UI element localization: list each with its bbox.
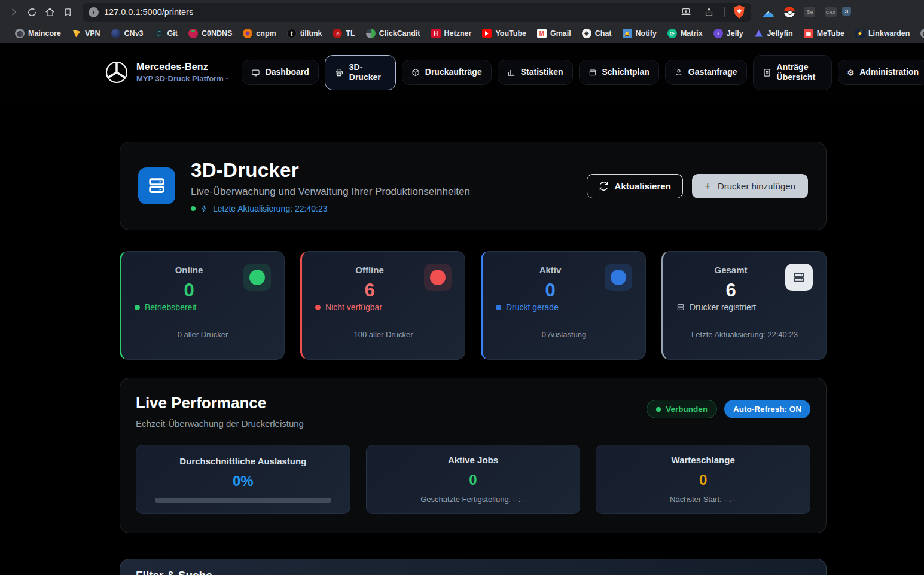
- bookmark-clickcandit[interactable]: ClickCandit: [362, 27, 425, 40]
- perf-card-value: 0: [699, 472, 707, 488]
- bookmark-jellyfin[interactable]: Jellyfin: [750, 27, 797, 40]
- printer-stack-icon: [138, 167, 175, 204]
- perf-card-title: Aktive Jobs: [448, 455, 498, 465]
- bookmark-hetzner[interactable]: Hetzner: [427, 27, 476, 40]
- bookmarks-panel-button[interactable]: [59, 3, 77, 21]
- page-subtitle: Live-Überwachung und Verwaltung Ihrer Pr…: [191, 186, 470, 198]
- bar-chart-icon: [507, 68, 516, 77]
- main-nav: Dashboard 3D-Drucker Druckaufträge Stati…: [242, 55, 924, 90]
- status-dot: [191, 206, 196, 211]
- stat-footer: 100 aller Drucker: [315, 330, 452, 339]
- stat-status: Drucker registriert: [690, 302, 756, 312]
- section-subtitle: Echzeit-Überwachung der Druckerleistung: [136, 418, 304, 429]
- nav-druckauftraege[interactable]: Druckaufträge: [402, 60, 492, 85]
- home-button[interactable]: [41, 3, 59, 21]
- selenium-extension-icon[interactable]: Se: [804, 7, 815, 17]
- connected-badge: Verbunden: [647, 400, 717, 418]
- stat-label: Gesamt: [714, 265, 747, 275]
- status-dot: [315, 305, 321, 310]
- send-to-device-icon[interactable]: [679, 3, 693, 21]
- monitor-icon: [251, 68, 260, 77]
- nav-statistiken[interactable]: Statistiken: [498, 60, 573, 85]
- bookmark-notify[interactable]: Notify: [618, 27, 661, 40]
- box-icon: [411, 68, 420, 77]
- bookmark-chat[interactable]: Chat: [578, 27, 616, 40]
- document-icon: [763, 68, 771, 77]
- nav-antraege-uebersicht[interactable]: Anträge Übersicht: [753, 55, 832, 90]
- stat-footer: 0 aller Drucker: [135, 330, 271, 339]
- crx-extension-icon[interactable]: CRX: [825, 7, 837, 17]
- divider: [496, 322, 632, 322]
- url-bar[interactable]: i 127.0.0.1:5000/printers: [83, 3, 751, 22]
- youtube-icon: [482, 29, 492, 38]
- stat-status: Druckt gerade: [506, 302, 559, 312]
- stats-row: Online 0 Betriebsbereit 0 aller Drucker …: [120, 251, 827, 360]
- brand[interactable]: Mercedes-Benz MYP 3D-Druck Platform -: [105, 60, 228, 84]
- bookmark-cnv3[interactable]: CNv3: [107, 27, 148, 40]
- filter-search-section: Filter & Suche: [120, 559, 827, 575]
- bookmark-cnpm[interactable]: cnpm: [239, 27, 280, 40]
- section-title: Live Performance: [136, 394, 304, 412]
- nav-administration[interactable]: ⚙ Administration: [838, 60, 924, 85]
- raspberry-icon: [188, 29, 198, 38]
- bookmark-linkwarden[interactable]: Linkwarden: [851, 27, 914, 40]
- bookmark-metube[interactable]: MeTube: [800, 27, 849, 40]
- divider: [676, 322, 813, 322]
- nav-3d-drucker[interactable]: 3D-Drucker: [325, 55, 396, 90]
- bookmark-maincore[interactable]: ◍Maincore: [11, 27, 65, 40]
- bookmark-git[interactable]: Git: [150, 27, 182, 40]
- globe-icon: ◍: [15, 29, 25, 38]
- stat-footer: Letzte Aktualisierung: 22:40:23: [676, 330, 813, 339]
- bookmark-c0ndns[interactable]: C0NDNS: [184, 27, 236, 40]
- share-icon[interactable]: [702, 3, 716, 21]
- jelly-icon: [713, 29, 723, 38]
- nav-dashboard[interactable]: Dashboard: [242, 60, 319, 85]
- bookmark-tl[interactable]: TL: [328, 27, 359, 40]
- browser-toolbar: i 127.0.0.1:5000/printers ☁✓ Se CRX 3: [0, 0, 924, 24]
- sync-icon: [599, 181, 609, 191]
- bookmark-tilltmk[interactable]: tilltmk: [283, 27, 327, 40]
- vpn-icon: [72, 29, 81, 38]
- active-status-icon: [605, 264, 632, 291]
- site-info-icon[interactable]: i: [89, 7, 99, 17]
- perf-card-auslastung: Durchschnittliche Auslastung 0%: [136, 445, 350, 514]
- cloud-extension-icon[interactable]: ☁✓: [762, 6, 774, 19]
- bookmark-jelly[interactable]: Jelly: [709, 27, 748, 40]
- bookmark-ai1[interactable]: ◍AI-1: [916, 27, 924, 40]
- auto-refresh-toggle[interactable]: Auto-Refresh: ON: [724, 400, 810, 418]
- reload-button[interactable]: [23, 3, 41, 21]
- nav-gastanfrage[interactable]: Gastanfrage: [665, 60, 747, 85]
- globe-icon: ◍: [920, 29, 924, 38]
- linkwarden-icon: [855, 29, 865, 38]
- bookmark-matrix[interactable]: Matrix: [663, 27, 707, 40]
- refresh-button[interactable]: Aktualisieren: [587, 174, 683, 198]
- utilization-progress-bar: [155, 498, 331, 503]
- nav-schichtplan[interactable]: Schichtplan: [579, 60, 659, 85]
- calendar-icon: [588, 68, 597, 77]
- divider: [724, 7, 725, 17]
- brave-shields-icon[interactable]: [733, 5, 745, 19]
- bookmark-gmail[interactable]: Gmail: [533, 27, 575, 40]
- mercedes-logo-icon: [105, 60, 129, 84]
- stat-label: Aktiv: [539, 265, 562, 275]
- git-icon: [154, 29, 164, 38]
- gmail-icon: [537, 29, 547, 38]
- bookmark-youtube[interactable]: YouTube: [478, 27, 530, 40]
- pokeball-extension-icon[interactable]: [784, 7, 795, 17]
- perf-card-value: 0: [469, 472, 477, 488]
- status-dot: [135, 305, 140, 310]
- offline-status-icon: [424, 264, 452, 291]
- bookmark-vpn[interactable]: VPN: [68, 27, 105, 40]
- stat-value: 0: [545, 280, 555, 301]
- add-printer-button[interactable]: + Drucker hinzufügen: [692, 174, 808, 198]
- perf-card-aktive-jobs: Aktive Jobs 0 Geschätzte Fertigstellung:…: [366, 445, 581, 514]
- matrix-icon: [667, 29, 677, 38]
- stat-label: Offline: [355, 265, 384, 275]
- forward-button[interactable]: [5, 3, 23, 21]
- page-hero: 3D-Drucker Live-Überwachung und Verwaltu…: [120, 142, 827, 230]
- printer-stack-icon: [785, 264, 813, 291]
- stat-value: 0: [184, 280, 194, 301]
- section-title: Filter & Suche: [136, 569, 810, 575]
- last-update-text: Letzte Aktualisierung: 22:40:23: [213, 204, 327, 213]
- url-text[interactable]: 127.0.0.1:5000/printers: [104, 7, 673, 17]
